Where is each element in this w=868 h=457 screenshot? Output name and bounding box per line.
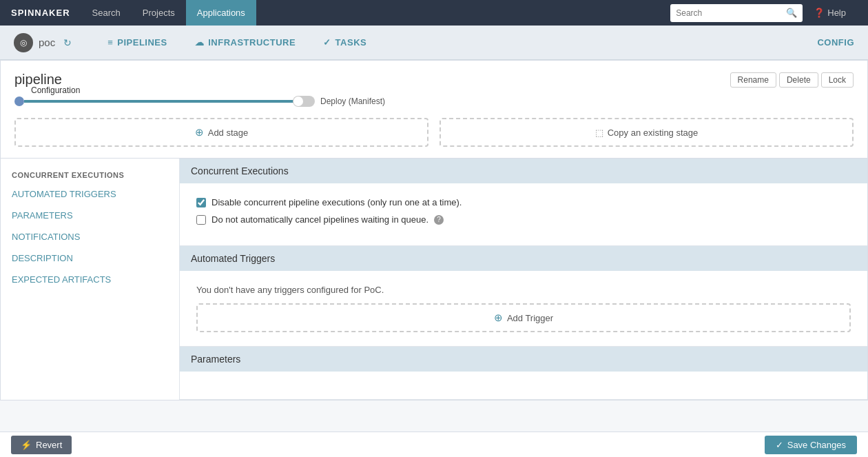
sidebar-notifications[interactable]: NOTIFICATIONS	[1, 226, 179, 247]
automated-triggers-header: Automated Triggers	[180, 246, 867, 271]
config-sidebar: CONCURRENT EXECUTIONS AUTOMATED TRIGGERS…	[1, 159, 180, 400]
deploy-toggle[interactable]	[293, 96, 315, 107]
automated-triggers-body: You don't have any triggers configured f…	[180, 271, 867, 346]
lock-button[interactable]: Lock	[821, 72, 854, 88]
nav-applications[interactable]: Applications	[186, 0, 256, 26]
help-icon: ❓	[814, 8, 825, 18]
nav-projects[interactable]: Projects	[132, 0, 186, 26]
search-icon: 🔍	[786, 8, 797, 18]
nav-tasks[interactable]: ✓ TASKS	[309, 26, 380, 60]
app-logo-icon: ◎	[14, 33, 33, 52]
rename-button[interactable]: Rename	[730, 72, 776, 88]
help-tooltip-icon[interactable]: ?	[434, 215, 444, 225]
sidebar-automated-triggers[interactable]: AUTOMATED TRIGGERS	[1, 183, 179, 205]
copy-stage-button[interactable]: ⬚ Copy an existing stage	[440, 118, 854, 147]
search-input[interactable]	[676, 8, 782, 18]
stage-actions: ⊕ Add stage ⬚ Copy an existing stage	[14, 118, 854, 147]
add-trigger-button[interactable]: ⊕ Add Trigger	[196, 303, 851, 332]
content-wrapper: pipeline Rename Delete Lock Configuratio…	[0, 60, 868, 435]
config-stage-label: Configuration	[28, 85, 83, 95]
config-stage-dot	[14, 97, 24, 106]
add-stage-button[interactable]: ⊕ Add stage	[14, 118, 428, 147]
top-nav: SPINNAKER Search Projects Applications 🔍…	[0, 0, 868, 26]
app-nav: ◎ poc ↻ ≡ PIPELINES ☁ INFRASTRUCTURE ✓ T…	[0, 26, 868, 60]
config-area: CONCURRENT EXECUTIONS AUTOMATED TRIGGERS…	[0, 159, 868, 400]
parameters-header: Parameters	[180, 347, 867, 372]
deploy-stage-label: Deploy (Manifest)	[320, 97, 385, 106]
app-nav-items: ≡ PIPELINES ☁ INFRASTRUCTURE ✓ TASKS	[94, 26, 817, 60]
nav-infrastructure[interactable]: ☁ INFRASTRUCTURE	[181, 26, 309, 60]
triggers-empty-text: You don't have any triggers configured f…	[196, 285, 851, 295]
config-main: Concurrent Executions Disable concurrent…	[180, 159, 867, 400]
infrastructure-icon: ☁	[195, 37, 205, 48]
parameters-section: Parameters	[180, 347, 867, 400]
no-cancel-label: Do not automatically cancel pipelines wa…	[211, 214, 428, 225]
app-name: poc	[39, 37, 55, 48]
disable-concurrent-checkbox[interactable]	[196, 198, 206, 207]
nav-pipelines[interactable]: ≡ PIPELINES	[94, 26, 181, 60]
sidebar-concurrent-header[interactable]: CONCURRENT EXECUTIONS	[1, 164, 179, 183]
config-link[interactable]: CONFIG	[817, 37, 854, 48]
nav-search[interactable]: Search	[81, 0, 132, 26]
deploy-stage-node: Deploy (Manifest)	[293, 96, 385, 107]
disable-concurrent-row: Disable concurrent pipeline executions (…	[196, 197, 851, 207]
sidebar-expected-artifacts[interactable]: EXPECTED ARTIFACTS	[1, 269, 179, 290]
no-cancel-checkbox[interactable]	[196, 215, 206, 225]
sidebar-parameters[interactable]: PARAMETERS	[1, 205, 179, 226]
disable-concurrent-label: Disable concurrent pipeline executions (…	[211, 197, 462, 207]
app-logo: ◎ poc ↻	[14, 33, 72, 52]
tasks-icon: ✓	[323, 37, 331, 48]
pipeline-header-buttons: Rename Delete Lock	[730, 72, 854, 88]
plus-icon: ⊕	[195, 126, 204, 139]
parameters-body	[180, 372, 867, 399]
copy-icon: ⬚	[595, 128, 603, 138]
brand-logo: SPINNAKER	[11, 8, 70, 18]
automated-triggers-section: Automated Triggers You don't have any tr…	[180, 246, 867, 347]
concurrent-executions-header: Concurrent Executions	[180, 159, 867, 183]
pipeline-diagram: pipeline Rename Delete Lock Configuratio…	[0, 60, 868, 159]
concurrent-executions-section: Concurrent Executions Disable concurrent…	[180, 159, 867, 246]
concurrent-executions-body: Disable concurrent pipeline executions (…	[180, 183, 867, 245]
footer: ⚡ Revert ✓ Save Changes	[0, 431, 868, 435]
sidebar-description[interactable]: DESCRIPTION	[1, 247, 179, 269]
refresh-icon[interactable]: ↻	[63, 37, 72, 48]
add-trigger-plus-icon: ⊕	[494, 312, 503, 324]
stage-connector-line	[24, 100, 300, 103]
global-search-box[interactable]: 🔍	[670, 4, 803, 22]
help-link[interactable]: ❓ Help	[803, 8, 857, 18]
pipelines-icon: ≡	[107, 37, 113, 48]
delete-button[interactable]: Delete	[779, 72, 818, 88]
pipeline-stages: Configuration Deploy (Manifest)	[14, 96, 854, 107]
no-cancel-row: Do not automatically cancel pipelines wa…	[196, 214, 851, 225]
